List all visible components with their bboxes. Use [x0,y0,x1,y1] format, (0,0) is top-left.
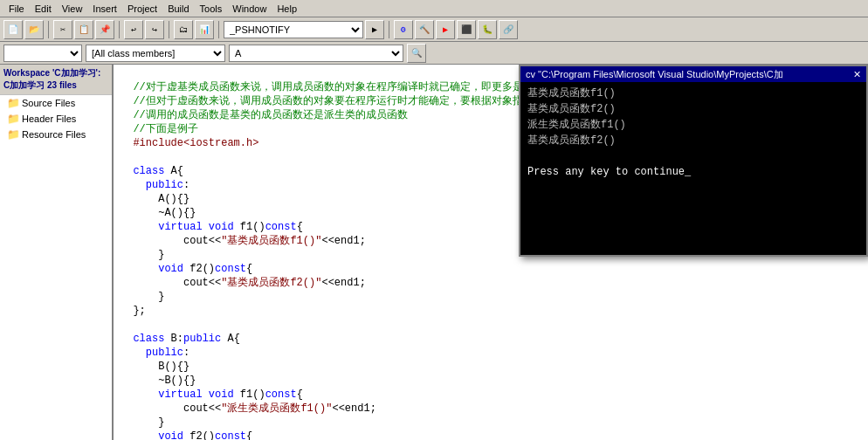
console-line-5 [527,148,859,164]
new-file-btn[interactable]: 📄 [3,20,23,39]
folder-icon-header: 📁 [7,113,19,125]
tree-item-source[interactable]: 📁 Source Files [0,95,112,111]
console-close-btn[interactable]: ✕ [853,69,861,80]
toolbar-row2: [All class members] A 🔍 [0,42,868,65]
run-btn[interactable]: ▶ [436,20,455,39]
project-btn[interactable]: ▶ [365,20,384,39]
console-output: 基类成员函数f1() 基类成员函数f2() 派生类成员函数f1() 基类成员函数… [520,82,866,183]
menu-edit[interactable]: Edit [30,2,57,16]
copy-btn[interactable]: 📋 [74,20,93,39]
tree-item-header[interactable]: 📁 Header Files [0,111,112,127]
code-editor[interactable]: //对于虚基类成员函数来说，调用成员函数的对象在程序编译时就已确定，即更多是基类… [114,65,868,440]
sep4 [218,21,219,38]
workspace-label: Workspace 'C加加学习': C加加学习 23 files [0,65,112,95]
console-window: cv "C:\Program Files\Microsoft Visual St… [519,65,868,257]
cut-btn[interactable]: ✂ [53,20,72,39]
menu-file[interactable]: File [3,2,30,16]
sep1 [48,21,49,38]
class-filter-dropdown[interactable]: A [229,45,403,62]
console-line-6: Press any key to continue_ [527,164,859,180]
toolbar-row1: 📄 📂 ✂ 📋 📌 ↩ ↪ 🗂 📊 _PSHNOTIFY ▶ ⚙ 🔨 ▶ ⬛ 🐛… [0,17,868,42]
console-line-4: 基类成员函数f2() [527,133,859,148]
file-tree: Workspace 'C加加学习': C加加学习 23 files 📁 Sour… [0,65,114,440]
menu-project[interactable]: Project [122,2,162,16]
debug-btn[interactable]: 🐛 [478,20,497,39]
class-members-dropdown[interactable]: [All class members] [86,45,225,62]
menu-tools[interactable]: Tools [195,2,228,16]
stop-btn[interactable]: ⬛ [457,20,476,39]
console-line-1: 基类成员函数f1() [527,86,859,101]
filter-btn[interactable]: 🔍 [407,44,426,63]
compile-btn[interactable]: ⚙ [394,20,413,39]
tree-item-resource[interactable]: 📁 Resource Files [0,127,112,142]
output-btn[interactable]: 📊 [195,20,214,39]
menu-insert[interactable]: Insert [87,2,122,16]
main-area: Workspace 'C加加学习': C加加学习 23 files 📁 Sour… [0,65,868,440]
sep3 [169,21,169,38]
paste-btn[interactable]: 📌 [95,20,114,39]
workspace-btn[interactable]: 🗂 [174,20,193,39]
context-dropdown[interactable] [3,45,82,62]
redo-btn[interactable]: ↪ [145,20,164,39]
menu-view[interactable]: View [57,2,88,16]
sep2 [119,21,120,38]
console-titlebar: cv "C:\Program Files\Microsoft Visual St… [520,66,866,82]
folder-icon-source: 📁 [7,97,19,109]
menu-help[interactable]: Help [272,2,302,16]
console-line-2: 基类成员函数f2() [527,101,859,117]
sep5 [389,21,389,38]
build-btn[interactable]: 🔨 [415,20,434,39]
folder-icon-resource: 📁 [7,128,19,141]
attach-btn[interactable]: 🔗 [499,20,518,39]
menu-build[interactable]: Build [162,2,194,16]
menu-window[interactable]: Window [227,2,272,16]
console-line-3: 派生类成员函数f1() [527,117,859,133]
console-title: cv "C:\Program Files\Microsoft Visual St… [526,68,783,81]
project-dropdown[interactable]: _PSHNOTIFY [224,21,363,38]
undo-btn[interactable]: ↩ [124,20,143,39]
open-btn[interactable]: 📂 [24,20,44,39]
menu-bar: File Edit View Insert Project Build Tool… [0,0,868,17]
